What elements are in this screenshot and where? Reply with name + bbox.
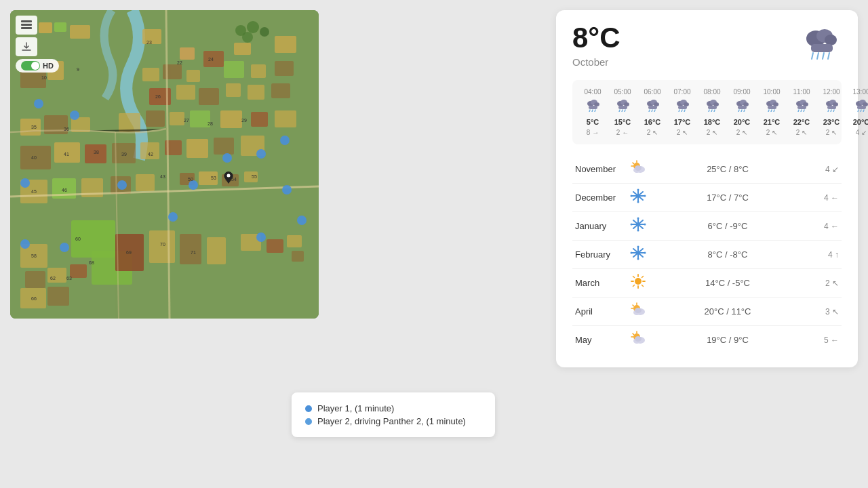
svg-point-211 xyxy=(637,201,639,203)
svg-rect-58 xyxy=(70,264,87,278)
svg-point-118 xyxy=(247,21,259,33)
svg-point-81 xyxy=(222,153,232,163)
svg-point-213 xyxy=(644,195,646,197)
svg-line-196 xyxy=(858,110,859,112)
svg-rect-33 xyxy=(251,112,268,127)
hour-time: 05:00 xyxy=(614,88,631,96)
svg-line-175 xyxy=(768,110,769,112)
svg-point-222 xyxy=(644,224,646,226)
svg-rect-9 xyxy=(234,43,251,55)
hour-column: 10:00 21°C 2 ↖ xyxy=(757,88,787,136)
svg-line-169 xyxy=(741,110,742,112)
month-icon xyxy=(626,331,650,349)
hour-icon xyxy=(854,98,868,115)
hour-time: 13:00 xyxy=(852,88,868,96)
svg-rect-146 xyxy=(648,106,657,109)
month-wind: 4 ← xyxy=(805,222,839,231)
svg-text:71: 71 xyxy=(191,250,196,255)
hour-temp: 5°C xyxy=(587,118,599,126)
svg-point-84 xyxy=(227,174,231,178)
month-temps: 25°C / 8°C xyxy=(650,164,805,174)
hour-column: 08:00 18°C 2 ↖ xyxy=(697,88,727,136)
hour-column: 12:00 23°C 2 ↖ xyxy=(816,88,846,136)
download-button[interactable] xyxy=(16,37,37,56)
svg-rect-21 xyxy=(199,88,219,105)
svg-rect-174 xyxy=(768,106,776,109)
svg-text:27: 27 xyxy=(184,118,189,123)
hour-time: 10:00 xyxy=(763,88,780,96)
hour-wind: 2 ← xyxy=(616,129,629,136)
svg-point-248 xyxy=(635,308,642,313)
hour-time: 07:00 xyxy=(673,88,690,96)
svg-text:70: 70 xyxy=(160,242,165,247)
weather-panel: 8°C October 04:00 xyxy=(556,10,858,367)
hour-wind: 2 ↖ xyxy=(796,129,807,136)
svg-point-229 xyxy=(637,258,639,260)
hour-temp: 23°C xyxy=(823,118,840,126)
svg-point-71 xyxy=(117,180,127,190)
svg-point-232 xyxy=(637,251,640,255)
svg-rect-124 xyxy=(811,44,833,52)
hour-column: 06:00 16°C 2 ↖ xyxy=(637,88,667,136)
hour-temp: 20°C xyxy=(853,118,868,126)
svg-text:54: 54 xyxy=(231,177,237,182)
svg-point-214 xyxy=(637,195,640,198)
svg-point-73 xyxy=(60,243,69,252)
current-month: October xyxy=(572,56,620,68)
svg-line-191 xyxy=(833,110,834,112)
hd-label: HD xyxy=(43,62,54,70)
month-icon xyxy=(626,160,650,178)
svg-point-69 xyxy=(34,99,43,108)
hour-column: 05:00 15°C 2 ← xyxy=(608,88,637,136)
svg-point-80 xyxy=(256,149,266,159)
svg-rect-195 xyxy=(857,106,866,109)
hour-wind: 8 → xyxy=(587,129,599,136)
svg-point-255 xyxy=(635,336,642,342)
svg-rect-61 xyxy=(180,234,201,264)
svg-text:53: 53 xyxy=(211,176,216,180)
hour-icon xyxy=(734,98,749,115)
hour-icon xyxy=(764,98,779,115)
month-row: March 14°C / -5°C 2 ↖ xyxy=(572,269,842,298)
hour-temp: 20°C xyxy=(734,118,751,126)
hour-temp: 18°C xyxy=(704,118,721,126)
svg-rect-39 xyxy=(140,142,159,159)
month-wind: 2 ↖ xyxy=(805,279,839,288)
month-row: December 17°C / 7°C 4 ← xyxy=(572,184,842,212)
month-icon xyxy=(626,274,650,292)
svg-line-198 xyxy=(863,110,864,112)
svg-text:60: 60 xyxy=(75,237,81,241)
svg-point-77 xyxy=(256,232,266,242)
svg-line-140 xyxy=(619,110,620,112)
svg-point-76 xyxy=(297,216,307,225)
hour-column: 07:00 17°C 2 ↖ xyxy=(667,88,697,136)
month-icon xyxy=(626,302,650,321)
svg-line-176 xyxy=(771,110,772,112)
svg-rect-56 xyxy=(25,271,45,288)
svg-rect-15 xyxy=(186,70,200,82)
svg-rect-29 xyxy=(146,110,165,127)
svg-rect-52 xyxy=(136,174,155,191)
svg-point-210 xyxy=(637,189,639,191)
svg-line-125 xyxy=(812,53,813,59)
svg-rect-18 xyxy=(275,61,294,76)
svg-rect-64 xyxy=(267,239,283,253)
svg-text:45: 45 xyxy=(31,189,37,194)
layers-button[interactable] xyxy=(16,16,37,35)
hour-temp: 17°C xyxy=(674,118,691,126)
hour-time: 04:00 xyxy=(584,88,601,96)
hour-wind: 2 ↖ xyxy=(826,129,837,136)
svg-line-251 xyxy=(633,333,634,335)
hd-toggle[interactable]: HD xyxy=(16,59,59,73)
svg-rect-160 xyxy=(708,106,717,109)
month-temps: 6°C / -9°C xyxy=(650,221,805,231)
svg-line-142 xyxy=(625,110,625,112)
svg-line-241 xyxy=(633,285,635,287)
svg-point-219 xyxy=(637,218,639,220)
month-icon xyxy=(626,217,650,235)
month-temps: 17°C / 7°C xyxy=(650,192,805,203)
svg-point-221 xyxy=(631,224,633,226)
svg-point-223 xyxy=(637,223,640,226)
hour-wind: 2 ↖ xyxy=(707,129,717,136)
svg-line-168 xyxy=(738,110,739,112)
